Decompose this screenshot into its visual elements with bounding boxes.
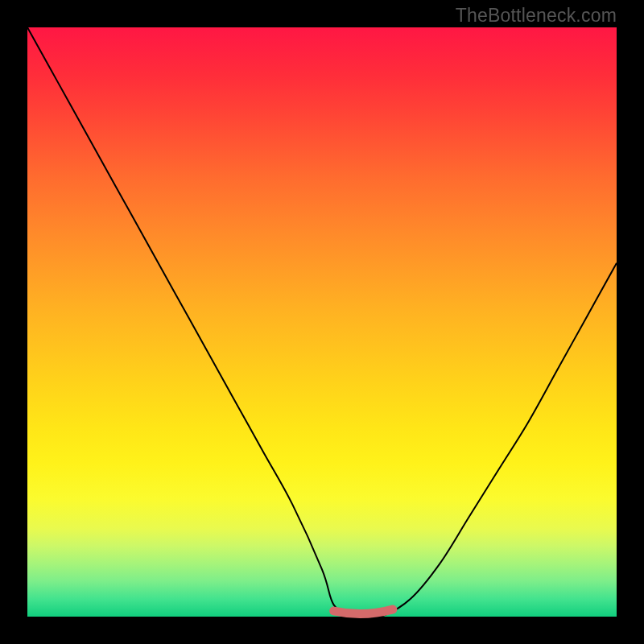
chart-frame: TheBottleneck.com: [0, 0, 644, 644]
chart-svg: [27, 27, 617, 617]
bottleneck-curve: [27, 27, 617, 618]
optimal-range-highlight: [334, 609, 393, 614]
watermark-text: TheBottleneck.com: [456, 5, 617, 27]
plot-area: [27, 27, 617, 617]
